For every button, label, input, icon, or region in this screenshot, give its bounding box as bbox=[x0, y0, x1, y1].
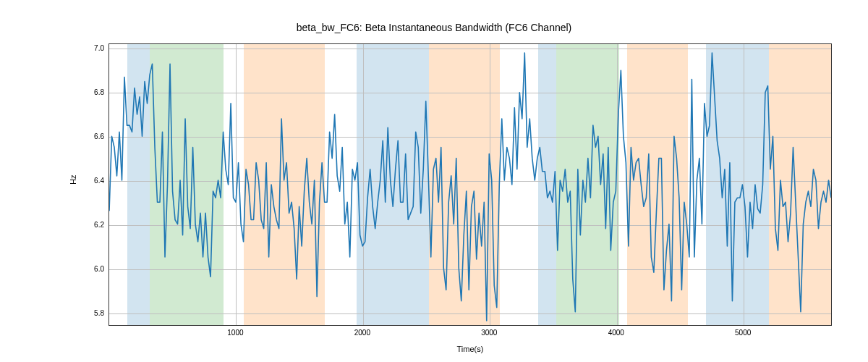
x-tick-label: 5000 bbox=[735, 329, 751, 337]
x-tick-label: 2000 bbox=[354, 329, 370, 337]
series-polyline bbox=[109, 53, 831, 321]
series-line bbox=[109, 44, 831, 325]
y-tick-label: 6.2 bbox=[94, 220, 104, 228]
y-tick-label: 6.0 bbox=[94, 264, 104, 272]
chart-title: beta_bw_FC6: Beta Instantaneous Bandwidt… bbox=[0, 22, 868, 33]
y-tick-label: 6.4 bbox=[94, 176, 104, 184]
x-tick-label: 4000 bbox=[608, 329, 624, 337]
x-tick-label: 1000 bbox=[227, 329, 243, 337]
chart-figure: beta_bw_FC6: Beta Instantaneous Bandwidt… bbox=[0, 0, 868, 362]
x-axis-label: Time(s) bbox=[109, 345, 832, 353]
y-tick-label: 7.0 bbox=[94, 44, 104, 52]
x-tick-label: 3000 bbox=[481, 329, 497, 337]
y-tick-label: 5.8 bbox=[94, 308, 104, 316]
plot-area bbox=[109, 43, 832, 326]
y-tick-label: 6.6 bbox=[94, 132, 104, 140]
y-tick-label: 6.8 bbox=[94, 88, 104, 96]
